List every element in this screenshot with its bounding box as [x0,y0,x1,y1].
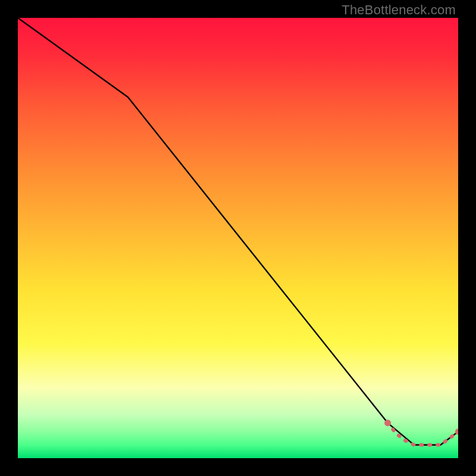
dotted-path [388,423,458,445]
curve-line-group [18,18,458,445]
plot-area [18,18,458,458]
chart-stage: TheBottleneck.com [0,0,476,476]
curve-line [18,18,458,445]
chart-svg [18,18,458,458]
watermark-text: TheBottleneck.com [342,2,456,18]
dotted-segment-group [384,419,458,445]
dotted-start-marker [384,419,391,426]
